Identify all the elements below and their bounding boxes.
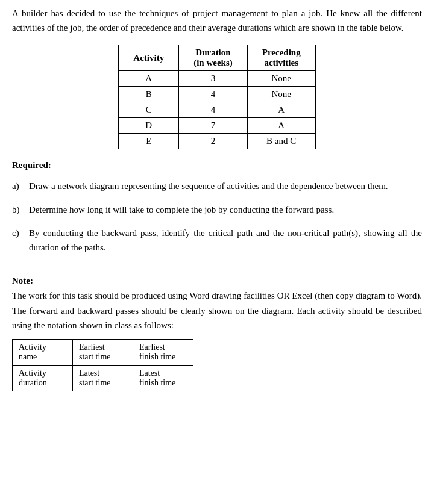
cell-preceding: None bbox=[247, 71, 315, 87]
cell-duration: 4 bbox=[179, 87, 248, 102]
table-row: C4A bbox=[119, 102, 315, 118]
note-section: Note: The work for this task should be p… bbox=[12, 273, 422, 391]
notation-row-2: Activityduration Lateststart time Latest… bbox=[13, 366, 193, 391]
question-b-label: b) bbox=[12, 202, 29, 217]
activities-table: Activity Duration (in weeks) Preceding a… bbox=[118, 45, 315, 149]
cell-duration: 2 bbox=[179, 134, 248, 149]
notation-row-1: Activityname Earlieststart time Earliest… bbox=[13, 340, 193, 366]
question-a-text: Draw a network diagram representing the … bbox=[29, 179, 422, 194]
table-row: B4None bbox=[119, 87, 315, 102]
notation-cell-1-3: Earliestfinish time bbox=[133, 340, 193, 366]
cell-activity: E bbox=[119, 134, 179, 149]
cell-preceding: A bbox=[247, 118, 315, 134]
cell-duration: 4 bbox=[179, 102, 248, 118]
table-row: D7A bbox=[119, 118, 315, 134]
cell-preceding: None bbox=[247, 87, 315, 102]
question-c-label: c) bbox=[12, 226, 29, 256]
notation-table: Activityname Earlieststart time Earliest… bbox=[12, 339, 193, 391]
note-text: The work for this task should be produce… bbox=[12, 291, 422, 331]
required-label: Required: bbox=[12, 160, 422, 170]
cell-duration: 7 bbox=[179, 118, 248, 134]
col-header-activity: Activity bbox=[119, 45, 179, 71]
cell-activity: B bbox=[119, 87, 179, 102]
cell-preceding: B and C bbox=[247, 134, 315, 149]
notation-cell-2-3: Latestfinish time bbox=[133, 366, 193, 391]
notation-cell-2-2: Lateststart time bbox=[73, 366, 133, 391]
cell-activity: A bbox=[119, 71, 179, 87]
question-c: c) By conducting the backward pass, iden… bbox=[12, 226, 422, 256]
cell-preceding: A bbox=[247, 102, 315, 118]
question-a: a) Draw a network diagram representing t… bbox=[12, 179, 422, 194]
cell-activity: C bbox=[119, 102, 179, 118]
notation-cell-1-1: Activityname bbox=[13, 340, 73, 366]
note-paragraph: Note: The work for this task should be p… bbox=[12, 273, 422, 333]
notation-cell-2-1: Activityduration bbox=[13, 366, 73, 391]
cell-activity: D bbox=[119, 118, 179, 134]
col-header-preceding: Preceding activities bbox=[247, 45, 315, 71]
question-c-text: By conducting the backward pass, identif… bbox=[29, 226, 422, 256]
question-a-label: a) bbox=[12, 179, 29, 194]
activities-table-wrapper: Activity Duration (in weeks) Preceding a… bbox=[12, 45, 422, 149]
table-row: E2B and C bbox=[119, 134, 315, 149]
cell-duration: 3 bbox=[179, 71, 248, 87]
question-b-text: Determine how long it will take to compl… bbox=[29, 202, 422, 217]
col-header-duration: Duration (in weeks) bbox=[179, 45, 248, 71]
table-row: A3None bbox=[119, 71, 315, 87]
notation-cell-1-2: Earlieststart time bbox=[73, 340, 133, 366]
intro-paragraph: A builder has decided to use the techniq… bbox=[12, 6, 422, 35]
question-b: b) Determine how long it will take to co… bbox=[12, 202, 422, 217]
note-label: Note: bbox=[12, 276, 33, 285]
